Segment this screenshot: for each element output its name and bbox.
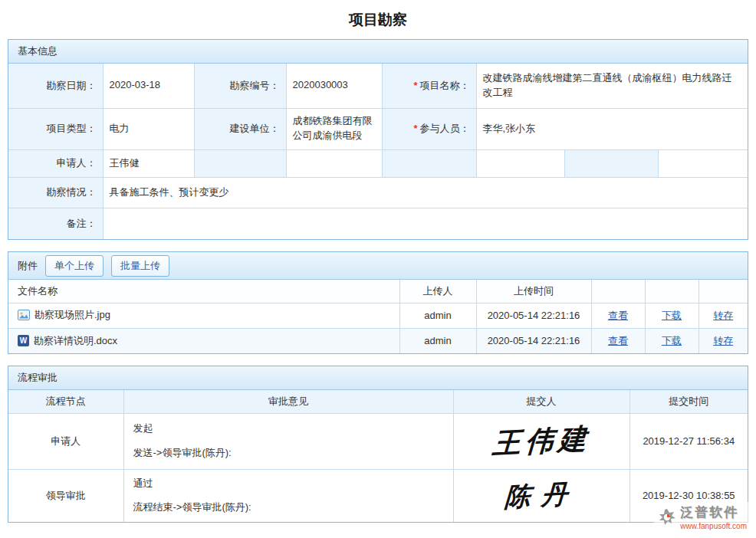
table-row: 勘察日期： 2020-03-18 勘察编号： 2020030003 *项目名称：… bbox=[8, 64, 748, 108]
project-name-value: 改建铁路成渝线增建第二直通线（成渝枢纽）电力线路迁改工程 bbox=[476, 64, 748, 108]
transfer-link[interactable]: 转存 bbox=[713, 335, 733, 346]
participants-label: *参与人员： bbox=[382, 108, 476, 149]
image-file-icon bbox=[18, 309, 30, 321]
approval-flow-panel: 流程审批 流程节点 审批意见 提交人 提交时间 申请人 发起 发送->领导审批(… bbox=[8, 366, 748, 523]
transfer-link[interactable]: 转存 bbox=[713, 310, 733, 321]
remark-value bbox=[103, 208, 748, 239]
empty-label-cell bbox=[564, 149, 658, 177]
column-submit-time: 提交时间 bbox=[629, 390, 748, 413]
single-upload-button[interactable]: 单个上传 bbox=[45, 255, 104, 277]
build-unit-label: 建设单位： bbox=[194, 108, 286, 149]
table-row: 项目类型： 电力 建设单位： 成都铁路集团有限公司成渝供电段 *参与人员： 李华… bbox=[8, 108, 748, 149]
attachments-header: 附件 单个上传 批量上传 bbox=[8, 252, 748, 280]
view-link[interactable]: 查看 bbox=[608, 310, 628, 321]
empty-label-cell bbox=[382, 149, 476, 177]
approval-flow-table: 流程节点 审批意见 提交人 提交时间 申请人 发起 发送->领导审批(陈丹): … bbox=[8, 390, 748, 522]
file-name[interactable]: 勘察现场照片.jpg bbox=[35, 308, 110, 322]
batch-upload-button[interactable]: 批量上传 bbox=[111, 255, 169, 277]
file-upload-time: 2020-05-14 22:21:16 bbox=[476, 328, 591, 353]
column-file-name: 文件名称 bbox=[8, 280, 399, 303]
column-opinion: 审批意见 bbox=[123, 390, 453, 413]
survey-date-label: 勘察日期： bbox=[8, 64, 103, 108]
file-label: 勘察现场照片.jpg bbox=[18, 308, 110, 322]
participants-value: 李华,张小东 bbox=[476, 108, 748, 149]
vendor-url: www.fanpusoft.com bbox=[680, 522, 747, 530]
submit-time: 2019-12-27 11:56:34 bbox=[629, 413, 748, 469]
opinion-line-1: 发起 bbox=[133, 422, 444, 435]
applicant-label: 申请人： bbox=[8, 149, 103, 177]
flow-node: 领导审批 bbox=[8, 469, 123, 522]
opinion-line-2: 发送->领导审批(陈丹): bbox=[133, 447, 444, 460]
table-row: 勘察情况： 具备施工条件、预计变更少 bbox=[8, 177, 748, 208]
file-uploader: admin bbox=[399, 303, 476, 328]
page-title: 项目勘察 bbox=[0, 0, 756, 39]
opinion-line-1: 通过 bbox=[133, 477, 444, 490]
basic-info-header: 基本信息 bbox=[8, 40, 748, 64]
survey-no-label: 勘察编号： bbox=[194, 64, 286, 108]
approval-header-row: 流程节点 审批意见 提交人 提交时间 bbox=[8, 390, 748, 413]
opinion-line-2: 流程结束->领导审批(陈丹): bbox=[133, 501, 444, 514]
attachment-row: 勘察现场照片.jpg admin 2020-05-14 22:21:16 查看 … bbox=[8, 303, 748, 328]
required-asterisk: * bbox=[413, 80, 417, 91]
basic-info-panel: 基本信息 勘察日期： 2020-03-18 勘察编号： 2020030003 *… bbox=[8, 39, 748, 240]
column-submitter: 提交人 bbox=[453, 390, 629, 413]
file-label: W 勘察详情说明.docx bbox=[18, 334, 117, 348]
fanpu-logo-icon bbox=[657, 507, 677, 527]
applicant-value: 王伟健 bbox=[103, 149, 194, 177]
project-type-value: 电力 bbox=[103, 108, 194, 149]
submitter-signature: 陈丹 bbox=[504, 476, 579, 515]
basic-info-table: 勘察日期： 2020-03-18 勘察编号： 2020030003 *项目名称：… bbox=[8, 64, 748, 239]
flow-node: 申请人 bbox=[8, 413, 123, 469]
survey-date-value: 2020-03-18 bbox=[103, 64, 194, 108]
project-type-label: 项目类型： bbox=[8, 108, 103, 149]
file-upload-time: 2020-05-14 22:21:16 bbox=[476, 303, 591, 328]
view-link[interactable]: 查看 bbox=[608, 335, 628, 346]
project-name-label: *项目名称： bbox=[382, 64, 476, 108]
approval-flow-title: 流程审批 bbox=[18, 371, 58, 385]
word-file-icon: W bbox=[18, 335, 29, 346]
column-action bbox=[645, 280, 698, 303]
build-unit-value: 成都铁路集团有限公司成渝供电段 bbox=[286, 108, 382, 149]
empty-label-cell bbox=[194, 149, 286, 177]
remark-label: 备注： bbox=[8, 208, 103, 239]
survey-no-value: 2020030003 bbox=[286, 64, 382, 108]
empty-value-cell bbox=[658, 149, 748, 177]
approval-flow-header: 流程审批 bbox=[8, 366, 748, 390]
page: { "page": { "title": "项目勘察" }, "colors":… bbox=[0, 0, 756, 538]
vendor-watermark: 泛普软件 www.fanpusoft.com bbox=[654, 502, 750, 532]
column-action bbox=[698, 280, 748, 303]
column-uploader: 上传人 bbox=[399, 280, 476, 303]
attachments-table: 文件名称 上传人 上传时间 勘察现场照片.jpg admin 2020-05-1… bbox=[8, 280, 748, 353]
download-link[interactable]: 下载 bbox=[662, 310, 682, 321]
file-name[interactable]: 勘察详情说明.docx bbox=[34, 334, 117, 348]
column-action bbox=[591, 280, 645, 303]
attachments-header-row: 文件名称 上传人 上传时间 bbox=[8, 280, 748, 303]
attachments-panel: 附件 单个上传 批量上传 文件名称 上传人 上传时间 bbox=[8, 251, 748, 354]
required-asterisk: * bbox=[413, 123, 417, 134]
attachments-title: 附件 bbox=[18, 259, 38, 273]
table-row: 备注： bbox=[8, 208, 748, 239]
download-link[interactable]: 下载 bbox=[662, 335, 682, 346]
approval-row: 申请人 发起 发送->领导审批(陈丹): 王伟建 2019-12-27 11:5… bbox=[8, 413, 748, 469]
column-upload-time: 上传时间 bbox=[476, 280, 591, 303]
empty-value-cell bbox=[286, 149, 382, 177]
submitter-signature: 王伟建 bbox=[491, 419, 591, 463]
survey-condition-value: 具备施工条件、预计变更少 bbox=[103, 177, 748, 208]
approval-row: 领导审批 通过 流程结束->领导审批(陈丹): 陈丹 2019-12-30 10… bbox=[8, 469, 748, 522]
table-row: 申请人： 王伟健 bbox=[8, 149, 748, 177]
survey-condition-label: 勘察情况： bbox=[8, 177, 103, 208]
empty-value-cell bbox=[476, 149, 564, 177]
column-flow-node: 流程节点 bbox=[8, 390, 123, 413]
file-uploader: admin bbox=[399, 328, 476, 353]
attachment-row: W 勘察详情说明.docx admin 2020-05-14 22:21:16 … bbox=[8, 328, 748, 353]
vendor-brand: 泛普软件 bbox=[680, 504, 738, 521]
basic-info-title: 基本信息 bbox=[18, 44, 58, 58]
